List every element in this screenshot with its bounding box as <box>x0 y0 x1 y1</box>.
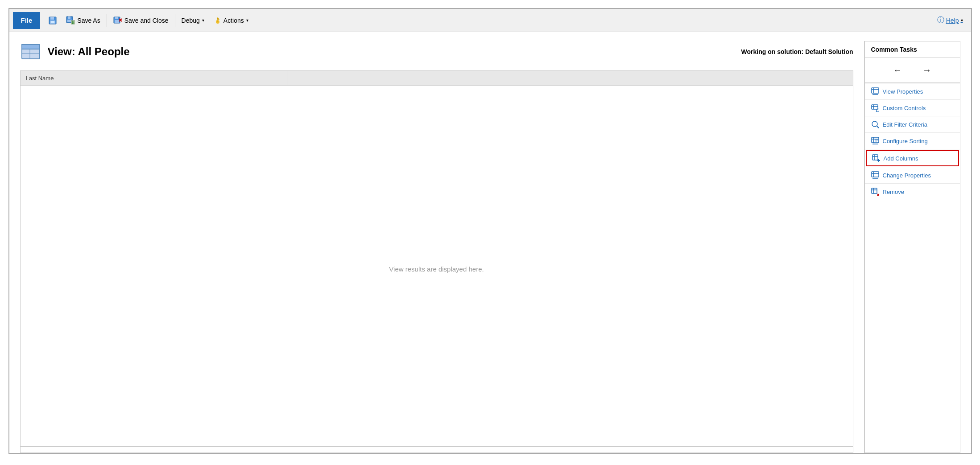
working-solution: Working on solution: Default Solution <box>741 48 853 55</box>
svg-line-29 <box>876 111 877 112</box>
svg-rect-25 <box>872 105 878 109</box>
center-area: View: All People Working on solution: De… <box>9 32 864 453</box>
help-circle-icon: ⓘ <box>937 16 944 25</box>
separator <box>107 14 107 27</box>
col-header-lastname: Last Name <box>21 71 288 85</box>
sidebar: Common Tasks ← → <box>864 41 971 453</box>
sidebar-item-change-properties[interactable]: Change Properties <box>865 167 960 184</box>
svg-rect-43 <box>872 172 879 177</box>
grid-footer <box>21 446 853 453</box>
remove-icon <box>871 188 879 196</box>
page-header: View: All People Working on solution: De… <box>20 41 853 62</box>
debug-button[interactable]: Debug ▾ <box>177 12 209 29</box>
save-button[interactable] <box>44 12 62 29</box>
sidebar-item-configure-sorting[interactable]: Configure Sorting <box>865 133 960 149</box>
change-properties-label: Change Properties <box>883 172 931 179</box>
change-properties-icon <box>871 171 879 179</box>
nav-forward-button[interactable]: → <box>919 64 935 76</box>
view-icon <box>20 41 41 62</box>
svg-line-31 <box>877 126 879 128</box>
sidebar-item-edit-filter[interactable]: Edit Filter Criteria <box>865 116 960 133</box>
nav-back-button[interactable]: ← <box>889 64 906 76</box>
page-title: View: All People <box>48 45 130 58</box>
debug-label: Debug <box>182 17 200 24</box>
svg-rect-10 <box>115 17 118 19</box>
save-as-icon: S <box>66 16 75 25</box>
svg-text:S: S <box>72 21 74 24</box>
view-properties-icon <box>871 87 879 95</box>
filter-label: Edit Filter Criteria <box>883 121 927 128</box>
svg-rect-21 <box>872 88 879 93</box>
add-columns-label: Add Columns <box>884 155 918 162</box>
svg-rect-38 <box>872 155 878 160</box>
add-columns-icon <box>872 154 880 162</box>
filter-icon <box>871 120 879 128</box>
help-button[interactable]: ⓘ Help ▾ <box>933 13 968 27</box>
svg-point-30 <box>872 121 877 127</box>
save-as-label: Save As <box>77 17 100 24</box>
main-content: View: All People Working on solution: De… <box>9 32 971 453</box>
svg-marker-14 <box>217 17 219 20</box>
svg-rect-11 <box>115 20 119 23</box>
sidebar-item-remove[interactable]: Remove <box>865 184 960 200</box>
toolbar: File S <box>9 9 971 32</box>
remove-label: Remove <box>883 189 904 195</box>
svg-rect-3 <box>51 21 54 23</box>
page-title-area: View: All People <box>20 41 130 62</box>
sorting-label: Configure Sorting <box>883 138 928 144</box>
column-headers: Last Name <box>20 70 853 86</box>
custom-controls-icon <box>871 104 879 112</box>
svg-rect-18 <box>22 45 40 49</box>
empty-message: View results are displayed here. <box>389 265 484 273</box>
sidebar-title: Common Tasks <box>865 41 960 58</box>
separator2 <box>175 14 175 27</box>
save-close-button[interactable]: Save and Close <box>109 12 173 29</box>
actions-icon <box>213 16 222 25</box>
save-as-button[interactable]: S Save As <box>62 12 104 29</box>
custom-controls-label: Custom Controls <box>883 105 926 111</box>
sidebar-item-custom-controls[interactable]: Custom Controls <box>865 100 960 116</box>
sorting-icon <box>871 137 879 145</box>
save-close-icon <box>113 16 122 25</box>
sidebar-item-view-properties[interactable]: View Properties <box>865 83 960 100</box>
file-button[interactable]: File <box>13 12 41 29</box>
sidebar-inner: Common Tasks ← → <box>864 41 960 453</box>
help-label: Help <box>946 17 959 24</box>
svg-rect-1 <box>50 17 54 20</box>
actions-button[interactable]: Actions ▾ <box>209 12 253 29</box>
help-dropdown-arrow: ▾ <box>961 18 963 23</box>
actions-dropdown-arrow: ▾ <box>246 18 248 23</box>
save-icon <box>48 16 57 25</box>
grid-area: View results are displayed here. <box>20 86 853 453</box>
svg-rect-5 <box>68 16 70 19</box>
debug-dropdown-arrow: ▾ <box>202 18 204 23</box>
actions-label: Actions <box>223 17 244 24</box>
sidebar-nav-row: ← → <box>865 58 960 83</box>
col-header-empty <box>288 71 853 85</box>
save-close-label: Save and Close <box>124 17 169 24</box>
view-properties-label: View Properties <box>883 88 923 95</box>
svg-rect-47 <box>872 188 877 193</box>
sidebar-item-add-columns[interactable]: Add Columns <box>866 150 959 166</box>
